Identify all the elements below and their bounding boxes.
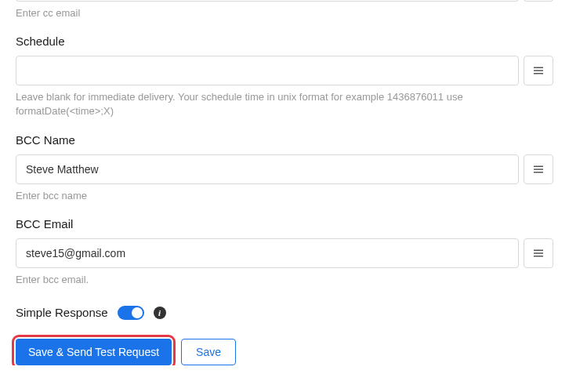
info-icon[interactable]: i [154, 307, 166, 319]
bcc-email-input[interactable] [16, 238, 519, 268]
bcc-name-helper: Enter bcc name [16, 189, 553, 203]
cc-email-menu-button[interactable] [524, 0, 553, 2]
save-send-test-button[interactable]: Save & Send Test Request [16, 339, 172, 365]
bcc-name-label: BCC Name [16, 133, 553, 147]
bcc-email-menu-button[interactable] [524, 238, 553, 268]
toggle-knob [132, 307, 143, 318]
simple-response-label: Simple Response [16, 306, 108, 319]
menu-icon [531, 162, 545, 176]
cc-email-helper: Enter cc email [16, 6, 553, 20]
bcc-name-menu-button[interactable] [524, 154, 553, 184]
schedule-label: Schedule [16, 34, 553, 48]
menu-icon [531, 64, 545, 78]
schedule-helper: Leave blank for immediate delivery. Your… [16, 90, 553, 118]
schedule-menu-button[interactable] [524, 56, 553, 85]
menu-icon [531, 246, 545, 260]
bcc-email-helper: Enter bcc email. [16, 273, 553, 287]
save-button[interactable]: Save [181, 339, 236, 365]
schedule-input[interactable] [16, 56, 519, 85]
bcc-name-input[interactable] [16, 154, 519, 184]
cc-email-input[interactable] [16, 0, 519, 2]
simple-response-toggle[interactable] [118, 306, 144, 320]
bcc-email-label: BCC Email [16, 217, 553, 230]
